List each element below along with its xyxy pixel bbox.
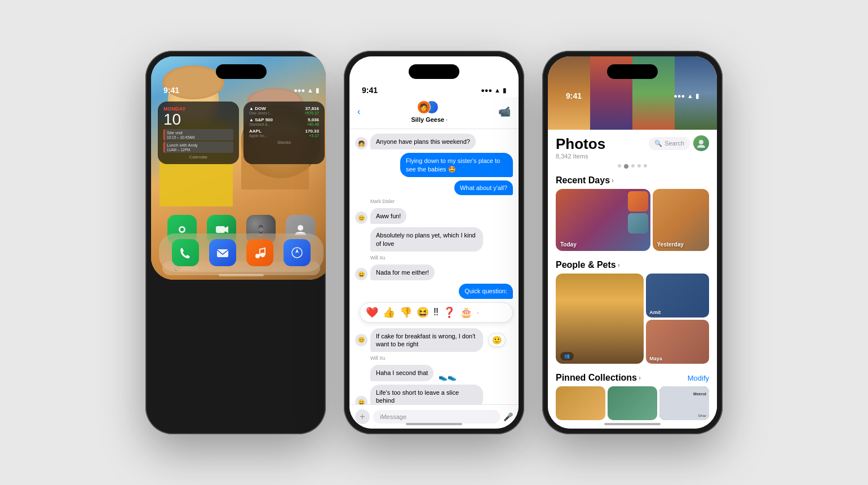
svg-point-14 — [699, 140, 703, 144]
dock — [159, 233, 324, 272]
svg-point-11 — [260, 253, 265, 257]
people-badge: 👥 — [560, 352, 574, 360]
message-row: 😄 Nada for me either! — [355, 264, 513, 280]
avatar-1: 🧑 — [417, 100, 431, 114]
group-info[interactable]: 🧑 👤 Silly Geese › — [411, 100, 447, 123]
tapback-thumbsdown[interactable]: 👎 — [400, 306, 412, 319]
recent-sub-photo-2 — [628, 213, 648, 233]
photos-avatar[interactable] — [693, 135, 709, 151]
dot-3[interactable] — [631, 164, 635, 167]
dot-2[interactable] — [624, 164, 628, 169]
message-row: Flying down to my sister's place to see … — [355, 153, 513, 177]
recent-today-main[interactable]: Today — [556, 189, 650, 251]
calendar-widget[interactable]: MONDAY 10 Site visit 10:15 – 10:45AM Lun… — [158, 102, 239, 164]
tapback-row[interactable]: ❤️ 👍 👎 😆 ‼️ ❓ 🎂 · — [360, 302, 513, 323]
message-row: What about y'all? — [355, 180, 513, 195]
msg-avatar: 😄 — [355, 396, 367, 404]
message-bubble[interactable]: Anyone have plans this weekend? — [370, 134, 476, 149]
message-sender-label: Will Xu — [370, 255, 513, 261]
home-indicator-3 — [604, 423, 661, 425]
pinned-chevron: › — [639, 374, 641, 382]
message-row: 🧑 Anyone have plans this weekend? — [355, 134, 513, 149]
dock-phone[interactable] — [172, 239, 199, 266]
wifi-icon-3: ▲ — [687, 92, 693, 99]
stocks-widget-label: Stocks — [249, 140, 319, 145]
photos-search-button[interactable]: 🔍 Search — [649, 137, 690, 150]
modify-button[interactable]: Modify — [688, 374, 709, 382]
photos-content: Photos 8,342 Items 🔍 Search — [548, 130, 717, 429]
message-bubble[interactable]: What about y'all? — [454, 180, 513, 195]
tapback-more[interactable]: · — [477, 308, 479, 317]
message-row: Haha I second that 👟👟 — [355, 365, 513, 381]
safari-icon — [284, 239, 311, 266]
msg-avatar: 😄 — [355, 268, 367, 280]
tapback-question[interactable]: ❓ — [443, 306, 455, 319]
message-sender-label: Mark Disler — [370, 199, 513, 204]
dynamic-island — [216, 64, 267, 79]
message-bubble[interactable]: Absolutely no plans yet, which I kind of… — [370, 227, 483, 252]
wifi-icon-2: ▲ — [494, 87, 501, 94]
message-bubble[interactable]: Haha I second that — [370, 365, 433, 381]
search-icon-3: 🔍 — [654, 140, 662, 147]
pinned-item-2[interactable] — [608, 386, 657, 420]
dot-4[interactable] — [637, 164, 641, 167]
time-display-2: 9:41 — [362, 86, 378, 95]
video-call-button[interactable]: 📹 — [498, 105, 511, 118]
dock-music[interactable] — [246, 239, 273, 266]
svg-marker-13 — [295, 249, 299, 253]
message-bubble[interactable]: Flying down to my sister's place to see … — [400, 153, 513, 177]
svg-marker-3 — [225, 226, 228, 233]
recent-yesterday[interactable]: Yesterday — [653, 189, 710, 251]
svg-point-1 — [180, 228, 184, 231]
stock-aapl: AAPL Apple Inc... 170.33 +3.17 — [249, 129, 319, 138]
message-bubble[interactable]: Quick question: — [459, 284, 513, 298]
stocks-widget[interactable]: ▲ DOW Dow Jones I... 37,816 +570.17 ▲ S&… — [243, 102, 325, 164]
time-display: 9:41 — [163, 86, 179, 95]
compose-mic-button[interactable]: 🎤 — [503, 412, 513, 421]
tapback-heart[interactable]: ❤️ — [366, 306, 378, 319]
compose-add-button[interactable]: + — [355, 409, 370, 424]
recent-days-title[interactable]: Recent Days › — [556, 175, 614, 186]
group-name: Silly Geese › — [411, 116, 447, 123]
msg-avatar: 🧑 — [355, 137, 367, 149]
recent-days-chevron: › — [612, 177, 614, 184]
photos-dots — [548, 162, 717, 171]
dock-mail[interactable] — [209, 239, 236, 266]
people-main-photo[interactable]: 👥 — [556, 274, 644, 364]
status-icons: ●●● ▲ ▮ — [294, 87, 319, 94]
back-button[interactable]: ‹ — [357, 107, 360, 117]
message-row: Quick question: — [355, 284, 513, 298]
pinned-item-1[interactable] — [556, 386, 605, 420]
stock-sp500: ▲ S&P 500 Standard &... 5,036 +80.48 — [249, 117, 319, 126]
pinned-title[interactable]: Pinned Collections › — [556, 373, 641, 383]
person-maya[interactable]: Maya — [646, 320, 709, 364]
svg-point-8 — [298, 225, 303, 231]
dynamic-island-3 — [607, 64, 658, 79]
people-pets-title[interactable]: People & Pets › — [556, 260, 620, 270]
tapback-cake[interactable]: 🎂 — [460, 306, 472, 319]
tapback-haha[interactable]: 😆 — [417, 306, 429, 319]
phone-home: 9:41 ●●● ▲ ▮ MONDAY 10 Site visit 10:15 … — [145, 51, 326, 434]
dot-1[interactable] — [618, 164, 621, 167]
recent-days-grid: Today Yesterday — [548, 189, 717, 251]
message-bubble[interactable]: Life's too short to leave a slice behind — [370, 385, 483, 404]
people-pets-header: People & Pets › — [548, 255, 717, 274]
status-icons-2: ●●● ▲ ▮ — [481, 87, 506, 94]
message-bubble[interactable]: Aww fun! — [370, 208, 406, 224]
recent-yesterday-label: Yesterday — [657, 241, 684, 248]
people-right-col: Amit Maya — [646, 274, 709, 364]
message-sender-label: Will Xu — [370, 355, 513, 361]
tapback-thumbsup[interactable]: 👍 — [383, 306, 395, 319]
calendar-event-2: Lunch with Andy 11AM – 12PM — [163, 142, 233, 153]
pinned-item-3[interactable]: Meerut Ghaz — [659, 386, 709, 420]
calendar-day-number: 10 — [163, 112, 233, 127]
message-bubble[interactable]: Nada for me either! — [370, 264, 435, 280]
messages-body: 🧑 Anyone have plans this weekend? Flying… — [349, 129, 519, 404]
tapback-exclamation[interactable]: ‼️ — [433, 306, 439, 318]
message-bubble[interactable]: If cake for breakfast is wrong, I don't … — [370, 328, 483, 352]
message-row: 😄 Life's too short to leave a slice behi… — [355, 385, 513, 404]
dock-safari[interactable] — [284, 239, 311, 266]
dot-5[interactable] — [644, 164, 647, 167]
compose-input[interactable]: iMessage — [373, 410, 500, 424]
person-amit[interactable]: Amit — [646, 274, 709, 318]
